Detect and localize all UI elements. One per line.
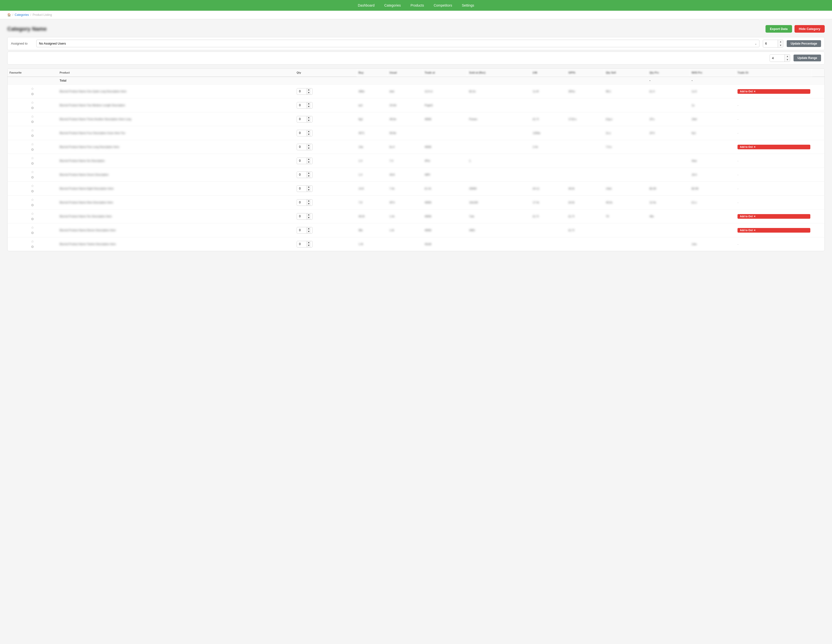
settings-btn-4[interactable]: ⚙ [31,147,34,152]
add-to-order-badge[interactable]: Add to Ord ✕ [738,145,810,149]
nav-item-competitors[interactable]: Competitors [434,3,452,7]
export-data-button[interactable]: Export Data [765,25,792,33]
favourite-btn-0[interactable]: ☆ [31,87,34,91]
favourite-btn-10[interactable]: ☆ [31,225,34,230]
favourite-btn-9[interactable]: ☆ [31,211,34,216]
qty-down-6[interactable]: ▼ [307,175,311,178]
product-name-5: Blurred Product Name Six Description [58,154,295,168]
favourite-btn-3[interactable]: ☆ [31,128,34,133]
settings-btn-6[interactable]: ⚙ [31,175,34,179]
qty-cell-10: ▲ ▼ [295,223,357,237]
qty-input-0[interactable] [297,89,307,94]
nav-item-settings[interactable]: Settings [462,3,474,7]
qty-up-11[interactable]: ▲ [307,241,311,244]
qty-down-4[interactable]: ▼ [307,147,311,150]
settings-btn-0[interactable]: ⚙ [31,92,34,96]
qty-down-9[interactable]: ▼ [307,216,311,219]
qty-input-10[interactable] [297,227,307,233]
range-up[interactable]: ▲ [785,54,790,58]
add-to-order-badge[interactable]: Add to Ord ✕ [738,89,810,94]
qty-up-1[interactable]: ▲ [307,102,311,105]
percentage-up[interactable]: ▲ [778,40,783,43]
qty-input-2[interactable] [297,117,307,122]
favourite-btn-8[interactable]: ☆ [31,197,34,202]
qty-down-1[interactable]: ▼ [307,105,311,108]
favourite-btn-7[interactable]: ☆ [31,184,34,188]
col-c3-7: £1.41 [422,182,467,195]
qty-up-10[interactable]: ▲ [307,227,311,230]
qty-up-5[interactable]: ▲ [307,158,311,161]
assigned-users-select[interactable]: No Assigned Users [36,40,759,47]
favourite-btn-2[interactable]: ☆ [31,114,34,119]
qty-up-2[interactable]: ▲ [307,116,311,119]
qty-input-3[interactable] [297,130,307,136]
qty-down-11[interactable]: ▼ [307,244,311,247]
qty-input-4[interactable] [297,144,307,149]
update-range-button[interactable]: Update Range [794,54,821,61]
add-to-order-badge[interactable]: Add to Ord ✕ [738,228,810,232]
col-price1: £46 [531,69,566,77]
qty-up-3[interactable]: ▲ [307,130,311,133]
qty-input-11[interactable] [297,241,307,247]
qty-up-6[interactable]: ▲ [307,172,311,175]
nav-item-products[interactable]: Products [410,3,424,7]
nav-item-dashboard[interactable]: Dashboard [358,3,374,7]
col-c5-9: £1.7t [531,210,566,223]
settings-btn-3[interactable]: ⚙ [31,133,34,138]
settings-btn-8[interactable]: ⚙ [31,203,34,207]
qty-down-8[interactable]: ▼ [307,202,311,205]
percentage-input[interactable] [763,40,778,47]
settings-btn-10[interactable]: ⚙ [31,231,34,235]
favourite-btn-5[interactable]: ☆ [31,156,34,160]
col-c5-5 [531,154,566,168]
qty-up-7[interactable]: ▲ [307,186,311,189]
badge-close[interactable]: ✕ [754,229,755,232]
favourite-btn-1[interactable]: ☆ [31,100,34,105]
qty-input-8[interactable] [297,200,307,205]
badge-cell-8: - [736,195,812,210]
qty-down-7[interactable]: ▼ [307,189,311,191]
qty-up-0[interactable]: ▲ [307,88,311,91]
icon-cell-7: ☆ ⚙ [8,182,58,195]
breadcrumb-cats[interactable]: Categories [14,13,29,16]
qty-input-5[interactable] [297,158,307,163]
settings-btn-1[interactable]: ⚙ [31,106,34,110]
settings-btn-9[interactable]: ⚙ [31,217,34,221]
qty-down-3[interactable]: ▼ [307,133,311,136]
qty-up-8[interactable]: ▲ [307,199,311,202]
qty-input-1[interactable] [297,103,307,108]
settings-btn-5[interactable]: ⚙ [31,161,34,166]
percentage-down[interactable]: ▼ [778,43,783,47]
qty-down-2[interactable]: ▼ [307,119,311,122]
qty-down-0[interactable]: ▼ [307,91,311,94]
qty-input-7[interactable] [297,186,307,191]
badge-close[interactable]: ✕ [754,215,755,218]
no-badge: - [738,131,738,135]
hide-category-button[interactable]: Hide Category [795,25,825,33]
settings-btn-2[interactable]: ⚙ [31,120,34,124]
qty-up-4[interactable]: ▲ [307,144,311,147]
add-to-order-badge[interactable]: Add to Ord ✕ [738,214,810,219]
qty-input-6[interactable] [297,172,307,177]
favourite-btn-11[interactable]: ☆ [31,239,34,244]
favourite-btn-6[interactable]: ☆ [31,170,34,174]
col-c3-11: 42u0t [422,237,467,251]
badge-close[interactable]: ✕ [754,146,755,148]
range-down[interactable]: ▼ [785,58,790,62]
badge-close[interactable]: ✕ [754,90,755,93]
col-c6-5 [566,154,604,168]
range-input[interactable] [770,54,784,62]
qty-input-9[interactable] [297,214,307,219]
qty-down-5[interactable]: ▼ [307,161,311,164]
update-percentage-button[interactable]: Update Percentage [787,40,821,47]
assigned-users-select-wrap: No Assigned Users [36,40,759,47]
favourite-btn-4[interactable]: ☆ [31,142,34,146]
settings-btn-11[interactable]: ⚙ [31,245,34,249]
qty-up-9[interactable]: ▲ [307,213,311,216]
breadcrumb-home[interactable]: 🏠 [7,13,11,16]
col-c3-6: 49Pt [422,168,467,182]
nav-item-categories[interactable]: Categories [384,3,401,7]
qty-down-10[interactable]: ▼ [307,230,311,233]
table-row: ☆ ⚙ Blurred Product Name Four Descriptio… [8,126,824,140]
settings-btn-7[interactable]: ⚙ [31,189,34,194]
